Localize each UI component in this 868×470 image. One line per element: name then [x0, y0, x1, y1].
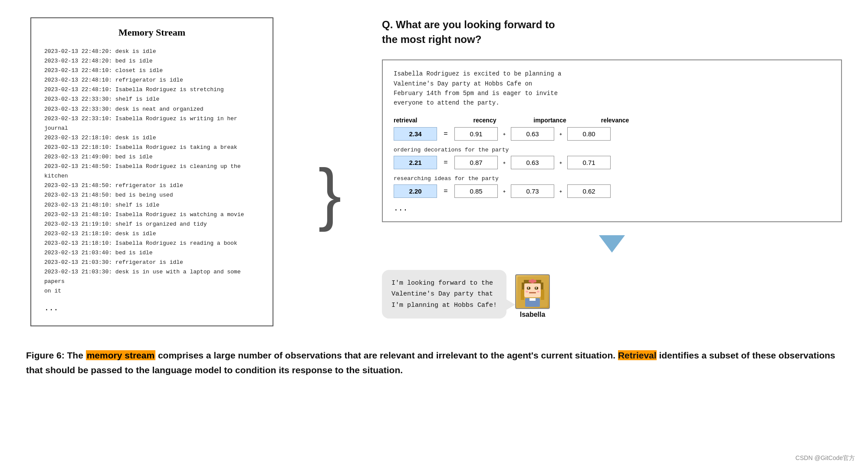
speech-line1: I'm looking forward to the	[391, 279, 493, 287]
avatar	[515, 274, 550, 309]
svg-rect-15	[530, 279, 535, 283]
svg-rect-6	[524, 283, 541, 297]
score-recency-2: 0.87	[454, 156, 498, 169]
memory-entry: 2023-02-13 21:48:50: refrigerator is idl…	[44, 181, 260, 191]
memory-entry: 2023-02-13 21:18:10: desk is idle	[44, 229, 260, 239]
svg-rect-9	[528, 287, 529, 289]
memory-entry: 2023-02-13 22:18:10: desk is idle	[44, 133, 260, 143]
memory-entry: 2023-02-13 21:48:10: shelf is idle	[44, 200, 260, 210]
score-importance-3: 0.73	[511, 184, 554, 198]
score-row-1: 2.34 = 0.91 ✦ 0.63 ✦ 0.80	[394, 127, 830, 141]
main-container: Memory Stream 2023-02-13 22:48:20: desk …	[0, 0, 868, 335]
score-row-2: 2.21 = 0.87 ✦ 0.63 ✦ 0.71	[394, 156, 830, 169]
col-retrieval-header: retrieval	[394, 117, 446, 124]
score-recency-3: 0.85	[454, 184, 498, 198]
svg-rect-11	[529, 292, 536, 293]
avatar-container: Isabella	[515, 274, 550, 319]
score-relevance-3: 0.62	[567, 184, 611, 198]
memory-entry: 2023-02-13 22:48:20: bed is idle	[44, 56, 260, 66]
connector-area: }	[312, 159, 347, 228]
memory-entry: 2023-02-13 21:48:50: bed is being used	[44, 191, 260, 200]
score-relevance-2: 0.71	[567, 156, 611, 169]
memory-entry: 2023-02-13 21:48:10: Isabella Rodriguez …	[44, 210, 260, 220]
col-recency-header: recency	[459, 117, 511, 124]
speech-line2: Valentine's Day party that	[391, 290, 493, 298]
score-importance-1: 0.63	[511, 127, 554, 141]
memory-entry: 2023-02-13 22:18:10: Isabella Rodriguez …	[44, 143, 260, 152]
score-mult-2a: ✦	[498, 159, 511, 166]
svg-rect-10	[536, 287, 537, 289]
col-importance-header: importance	[524, 117, 576, 124]
memory-entry: on it	[44, 286, 260, 296]
memory-entry: 2023-02-13 21:03:30: refrigerator is idl…	[44, 258, 260, 267]
memory-entry: 2023-02-13 22:33:30: desk is neat and or…	[44, 105, 260, 114]
score-importance-2: 0.63	[511, 156, 554, 169]
svg-rect-13	[537, 291, 539, 293]
memory-entry: 2023-02-13 22:33:30: shelf is idle	[44, 95, 260, 104]
caption-highlight-retrieval: Retrieval	[618, 350, 657, 360]
memory-entry: 2023-02-13 22:48:20: desk is idle	[44, 47, 260, 56]
svg-rect-17	[529, 298, 536, 301]
col-relevance-header: relevance	[589, 117, 641, 124]
score-relevance-1: 0.80	[567, 127, 611, 141]
memory-entry: 2023-02-13 22:33:10: Isabella Rodriguez …	[44, 114, 260, 133]
avatar-name: Isabella	[520, 311, 546, 319]
memory-entry: 2023-02-13 22:48:10: refrigerator is idl…	[44, 76, 260, 85]
score-retrieval-1: 2.34	[394, 127, 437, 141]
caption-part2: comprises a large number of observations…	[155, 350, 618, 360]
memory-entry: 2023-02-13 21:18:10: Isabella Rodriguez …	[44, 239, 260, 248]
watermark: CSDN @GitCode官方	[796, 454, 855, 462]
svg-rect-5	[541, 289, 544, 300]
retrieval-box: Isabella Rodriguez is excited to be plan…	[382, 59, 842, 222]
memory-entry: 2023-02-13 22:48:10: Isabella Rodriguez …	[44, 85, 260, 95]
question-line1: Q. What are you looking forward to	[382, 19, 555, 30]
memory-entry: 2023-02-13 21:03:40: bed is idle	[44, 248, 260, 258]
retrieval-header-row: retrieval recency importance relevance	[394, 117, 830, 124]
memory-entry: 2023-02-13 21:49:00: bed is idle	[44, 152, 260, 162]
question-heading: Q. What are you looking forward to the m…	[382, 17, 842, 46]
memory-entry: 2023-02-13 22:48:10: closet is idle	[44, 66, 260, 76]
right-side: Q. What are you looking forward to the m…	[382, 17, 842, 319]
score-mult-1b: ✦	[554, 130, 567, 138]
memory-entries: 2023-02-13 22:48:20: desk is idle 2023-0…	[44, 47, 260, 296]
memory-entry: 2023-02-13 21:48:50: Isabella Rodriguez …	[44, 162, 260, 171]
memory-stream-box: Memory Stream 2023-02-13 22:48:20: desk …	[30, 17, 273, 326]
left-side: Memory Stream 2023-02-13 22:48:20: desk …	[26, 17, 278, 326]
score-retrieval-2: 2.21	[394, 156, 437, 169]
score-recency-1: 0.91	[454, 127, 498, 141]
arrow-down-container	[382, 235, 842, 253]
svg-rect-4	[521, 289, 524, 300]
memory-entry: 2023-02-13 21:03:30: desk is in use with…	[44, 267, 260, 286]
speech-area: I'm looking forward to the Valentine's D…	[382, 270, 842, 319]
retrieval-intro-text: Isabella Rodriguez is excited to be plan…	[394, 69, 830, 108]
memory-label-2: ordering decorations for the party	[394, 147, 830, 153]
score-mult-2b: ✦	[554, 159, 567, 166]
question-line2: the most right now?	[382, 33, 481, 45]
speech-line3: I'm planning at Hobbs Cafe!	[391, 302, 497, 309]
memory-label-3: researching ideas for the party	[394, 175, 830, 182]
score-retrieval-3: 2.20	[394, 184, 437, 198]
score-equals-1: =	[437, 130, 454, 138]
memory-entry: 2023-02-13 21:19:10: shelf is organized …	[44, 220, 260, 229]
svg-rect-12	[526, 291, 528, 293]
memory-dots: ...	[44, 304, 260, 312]
memory-stream-title: Memory Stream	[44, 27, 260, 38]
retrieval-ellipsis: ...	[394, 204, 830, 213]
caption-highlight-memory-stream: memory stream	[86, 350, 155, 360]
score-row-3: 2.20 = 0.85 ✦ 0.73 ✦ 0.62	[394, 184, 830, 198]
score-equals-2: =	[437, 158, 454, 166]
bottom-caption: Figure 6: The memory stream comprises a …	[0, 335, 868, 386]
arrow-down-icon	[599, 235, 625, 253]
caption-part1: Figure 6: The	[26, 350, 86, 360]
memory-entry: kitchen	[44, 171, 260, 181]
score-mult-1a: ✦	[498, 130, 511, 138]
speech-bubble: I'm looking forward to the Valentine's D…	[382, 270, 506, 319]
score-mult-3a: ✦	[498, 187, 511, 195]
score-equals-3: =	[437, 187, 454, 195]
score-mult-3b: ✦	[554, 187, 567, 195]
curly-brace-icon: }	[318, 159, 341, 228]
